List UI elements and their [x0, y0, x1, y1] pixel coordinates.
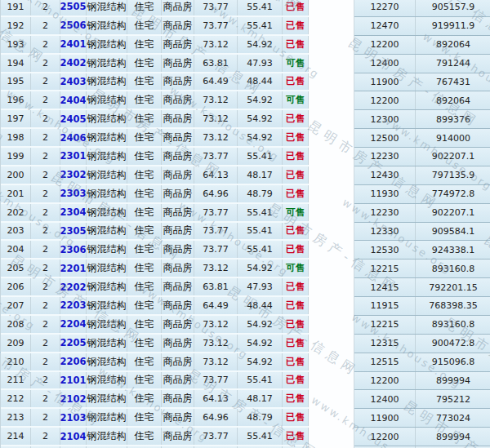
status-badge: 已售	[283, 73, 309, 91]
unit-number-link[interactable]: 2202	[60, 278, 87, 295]
unit-number-link[interactable]: 2206	[60, 353, 87, 370]
cell-type: 商品房	[162, 372, 194, 389]
cell-structure: 钢混结构	[87, 241, 127, 258]
cell-unit-price: 12200	[354, 36, 415, 54]
cell-inner-area: 55.41	[238, 241, 283, 258]
table-row: 21022206钢混结构住宅商品房73.1254.92已售	[1, 353, 309, 372]
cell-building: 2	[31, 241, 60, 258]
unit-number-link[interactable]: 2404	[60, 91, 87, 109]
cell-type: 商品房	[162, 204, 194, 221]
cell-type: 商品房	[162, 166, 194, 184]
unit-number-link[interactable]: 2306	[60, 241, 87, 258]
cell-usage: 住宅	[127, 36, 162, 53]
table-row: 12200892064	[354, 91, 490, 110]
cell-inner-area: 55.41	[238, 0, 283, 16]
cell-inner-area: 55.41	[238, 148, 283, 165]
table-row: 11915768398.35	[354, 297, 490, 316]
cell-building: 2	[31, 73, 60, 91]
cell-structure: 钢混结构	[87, 353, 127, 370]
cell-row-number: 198	[1, 129, 31, 146]
unit-number-link[interactable]: 2305	[60, 223, 87, 240]
unit-number-link[interactable]: 2204	[60, 316, 87, 333]
cell-unit-price: 12470	[354, 17, 415, 35]
cell-total-price: 915096.8	[415, 353, 490, 371]
cell-total-price: 768398.35	[415, 297, 490, 315]
cell-type: 商品房	[162, 0, 194, 16]
unit-number-link[interactable]: 2303	[60, 185, 87, 202]
cell-row-number: 204	[1, 241, 31, 258]
unit-number-link[interactable]: 2201	[60, 259, 87, 277]
cell-type: 商品房	[162, 129, 194, 146]
unit-number-link[interactable]: 2401	[60, 36, 87, 53]
table-row: 20022302钢混结构住宅商品房64.1348.17已售	[1, 166, 309, 185]
status-badge: 已售	[283, 110, 309, 127]
cell-total-price: 791244	[415, 55, 490, 73]
cell-structure: 钢混结构	[87, 409, 127, 426]
unit-number-link[interactable]: 2505	[60, 0, 87, 16]
cell-type: 商品房	[162, 36, 194, 53]
cell-structure: 钢混结构	[87, 36, 127, 53]
cell-building: 2	[31, 353, 60, 370]
cell-unit-price: 12300	[354, 110, 415, 128]
cell-type: 商品房	[162, 73, 194, 91]
table-row: 12400791244	[354, 55, 490, 73]
cell-total-price: 899994	[415, 428, 490, 446]
unit-number-link[interactable]: 2205	[60, 335, 87, 352]
unit-number-link[interactable]: 2103	[60, 409, 87, 426]
unit-number-link[interactable]: 2403	[60, 73, 87, 91]
cell-type: 商品房	[162, 297, 194, 314]
unit-number-link[interactable]: 2203	[60, 297, 87, 314]
status-badge: 可售	[283, 91, 309, 109]
cell-row-number: 199	[1, 148, 31, 165]
table-row: 12315900472.8	[354, 335, 490, 353]
price-listing-table: 12270905157.912470919911.912200892064124…	[354, 0, 490, 448]
cell-building: 2	[31, 204, 60, 221]
cell-total-price: 900472.8	[415, 335, 490, 353]
unit-number-link[interactable]: 2301	[60, 148, 87, 165]
cell-building: 2	[31, 166, 60, 184]
cell-total-price: 914000	[415, 129, 490, 147]
unit-number-link[interactable]: 2302	[60, 166, 87, 184]
cell-floor-area: 73.12	[194, 259, 238, 277]
unit-listing-table: 19122505钢混结构住宅商品房73.7755.41已售19222506钢混结…	[0, 0, 309, 448]
cell-floor-area: 64.49	[194, 297, 238, 314]
cell-inner-area: 54.92	[238, 110, 283, 127]
cell-total-price: 924338.1	[415, 241, 490, 259]
unit-number-link[interactable]: 2506	[60, 17, 87, 34]
unit-number-link[interactable]: 2406	[60, 129, 87, 146]
cell-row-number: 210	[1, 353, 31, 370]
cell-row-number: 213	[1, 409, 31, 426]
cell-structure: 钢混结构	[87, 17, 127, 34]
table-row: 19522403钢混结构住宅商品房64.4948.44已售	[1, 73, 309, 92]
cell-total-price: 797135.9	[415, 166, 490, 184]
cell-inner-area: 54.92	[238, 259, 283, 277]
status-badge: 已售	[283, 278, 309, 295]
unit-number-link[interactable]: 2304	[60, 204, 87, 221]
cell-usage: 住宅	[127, 278, 162, 295]
cell-building: 2	[31, 335, 60, 352]
cell-unit-price: 11900	[354, 409, 415, 427]
cell-row-number: 192	[1, 17, 31, 34]
status-badge: 已售	[283, 353, 309, 370]
unit-number-link[interactable]: 2101	[60, 372, 87, 389]
cell-total-price: 892064	[415, 91, 490, 109]
cell-usage: 住宅	[127, 316, 162, 333]
cell-structure: 钢混结构	[87, 204, 127, 221]
cell-floor-area: 64.96	[194, 185, 238, 202]
cell-structure: 钢混结构	[87, 259, 127, 277]
unit-number-link[interactable]: 2102	[60, 390, 87, 407]
cell-unit-price: 12400	[354, 390, 415, 408]
cell-usage: 住宅	[127, 0, 162, 16]
unit-number-link[interactable]: 2104	[60, 428, 87, 445]
unit-number-link[interactable]: 2405	[60, 110, 87, 127]
cell-floor-area: 64.96	[194, 409, 238, 426]
unit-number-link[interactable]: 2402	[60, 55, 87, 72]
cell-total-price: 919911.9	[415, 17, 490, 35]
status-badge: 已售	[283, 185, 309, 202]
cell-type: 商品房	[162, 185, 194, 202]
cell-unit-price: 12200	[354, 372, 415, 390]
cell-row-number: 200	[1, 166, 31, 184]
cell-structure: 钢混结构	[87, 316, 127, 333]
cell-inner-area: 48.17	[238, 390, 283, 407]
table-row: 20822204钢混结构住宅商品房73.1254.92已售	[1, 316, 309, 335]
